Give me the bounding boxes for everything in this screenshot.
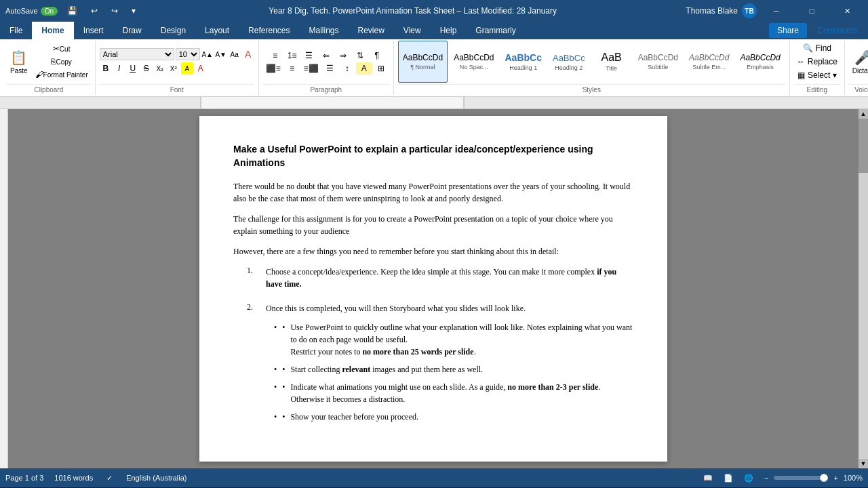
find-button[interactable]: 🔍 Find xyxy=(800,42,834,54)
autosave-label: AutoSave xyxy=(5,7,38,15)
close-button[interactable]: ✕ xyxy=(831,0,863,22)
zoom-out-button[interactable]: − xyxy=(762,472,771,483)
main-area: Make a Useful PowerPoint to explain a pa… xyxy=(0,109,868,468)
style-heading1[interactable]: AaBbCc Heading 1 xyxy=(500,41,547,83)
style-normal[interactable]: AaBbCcDd ¶ Normal xyxy=(398,41,448,83)
align-left-button[interactable]: ⬛≡ xyxy=(263,62,283,75)
editing-group: 🔍 Find ↔ Replace ▦ Select ▾ Editing xyxy=(790,41,845,95)
more-tools-button[interactable]: ▾ xyxy=(127,5,140,17)
bullet-1-bold: no more than 25 words per slide xyxy=(362,347,473,357)
zoom-control: − + 100% xyxy=(762,472,863,483)
bullets-button[interactable]: ≡ xyxy=(267,49,283,62)
cut-button[interactable]: ✂ Cut xyxy=(33,43,91,55)
undo-button[interactable]: ↩ xyxy=(87,5,102,17)
numbering-button[interactable]: 1≡ xyxy=(284,49,300,62)
format-painter-button[interactable]: 🖌 Format Painter xyxy=(33,68,91,81)
style-no-spacing[interactable]: AaBbCcDd No Spac... xyxy=(449,41,498,83)
change-case-button[interactable]: Aa xyxy=(229,48,241,60)
tab-home[interactable]: Home xyxy=(32,22,73,39)
bullet-item-1: • Use PowerPoint to quickly outline what… xyxy=(274,321,633,358)
redo-button[interactable]: ↪ xyxy=(107,5,122,17)
share-button[interactable]: Share xyxy=(769,23,807,38)
italic-button[interactable]: I xyxy=(113,62,125,75)
scroll-thumb[interactable] xyxy=(859,119,868,173)
tab-help[interactable]: Help xyxy=(431,22,467,39)
user-avatar[interactable]: TB xyxy=(742,3,757,18)
select-button[interactable]: ▦ Select ▾ xyxy=(795,69,840,81)
font-family-select[interactable]: Arial xyxy=(100,48,174,60)
scroll-down-button[interactable]: ▼ xyxy=(859,459,868,468)
strikethrough-button[interactable]: S xyxy=(140,62,153,75)
font-color-button[interactable]: A xyxy=(195,62,207,75)
bullet-item-2-text: Start collecting relevant images and put… xyxy=(290,363,483,375)
ruler xyxy=(0,97,868,109)
tab-file[interactable]: File xyxy=(0,22,32,39)
tab-view[interactable]: View xyxy=(394,22,431,39)
autosave-toggle[interactable]: On xyxy=(41,7,58,16)
tab-insert[interactable]: Insert xyxy=(74,22,113,39)
font-size-select[interactable]: 10 xyxy=(176,48,200,60)
style-normal-label: ¶ Normal xyxy=(410,64,435,70)
decrease-font-button[interactable]: A▼ xyxy=(215,48,227,60)
document-area[interactable]: Make a Useful PowerPoint to explain a pa… xyxy=(8,109,859,468)
title-bar-right: Thomas Blake TB ─ □ ✕ xyxy=(686,0,863,22)
decrease-indent-button[interactable]: ⇐ xyxy=(318,49,334,62)
clear-format-button[interactable]: A xyxy=(242,48,254,60)
zoom-slider[interactable] xyxy=(774,476,828,480)
align-center-button[interactable]: ≡ xyxy=(284,62,300,75)
underline-button[interactable]: U xyxy=(127,62,139,75)
highlight-button[interactable]: A xyxy=(181,62,193,75)
view-read-button[interactable]: 📖 xyxy=(701,472,715,484)
font-row-1: Arial 10 A▲ A▼ Aa A xyxy=(100,48,254,60)
style-subtle-em[interactable]: AaBbCcDd Subtle Em... xyxy=(684,41,734,83)
paste-button[interactable]: 📋 Paste xyxy=(7,43,31,81)
style-heading2[interactable]: AaBbCc Heading 2 xyxy=(548,41,590,83)
bullet-3-bold: no more than 2-3 per slide xyxy=(507,382,598,392)
style-emphasis-label: Emphasis xyxy=(747,64,774,70)
superscript-button[interactable]: X² xyxy=(167,62,180,75)
style-emphasis[interactable]: AaBbCcDd Emphasis xyxy=(735,41,785,83)
bold-button[interactable]: B xyxy=(100,62,112,75)
scrollbar-area: ▲ ▼ xyxy=(859,109,868,468)
style-subtitle[interactable]: AaBbCcDd Subtitle xyxy=(633,41,683,83)
tab-design[interactable]: Design xyxy=(151,22,195,39)
bullet-dot-1: • xyxy=(282,321,285,358)
proofing-button[interactable]: ✓ xyxy=(104,472,115,484)
increase-indent-button[interactable]: ⇒ xyxy=(335,49,351,62)
multilevel-list-button[interactable]: ☰ xyxy=(301,49,317,62)
tab-grammarly[interactable]: Grammarly xyxy=(466,22,525,39)
line-spacing-button[interactable]: ↕ xyxy=(339,62,355,75)
document-page: Make a Useful PowerPoint to explain a pa… xyxy=(199,116,667,462)
style-subtle-em-label: Subtle Em... xyxy=(692,64,726,70)
tab-layout[interactable]: Layout xyxy=(195,22,239,39)
minimize-button[interactable]: ─ xyxy=(761,0,792,22)
zoom-level: 100% xyxy=(844,474,863,482)
tab-references[interactable]: References xyxy=(239,22,299,39)
subscript-button[interactable]: X₂ xyxy=(154,62,166,75)
dictate-button[interactable]: 🎤 Dictate xyxy=(849,43,868,81)
align-right-button[interactable]: ≡⬛ xyxy=(301,62,321,75)
sort-button[interactable]: ⇅ xyxy=(352,49,368,62)
styles-label: Styles xyxy=(398,84,785,95)
copy-button[interactable]: ⎘ Copy xyxy=(33,56,91,68)
clipboard-label: Clipboard xyxy=(7,84,91,95)
voice-group-content: 🎤 Dictate xyxy=(849,41,868,83)
borders-button[interactable]: ⊞ xyxy=(373,62,389,75)
save-button[interactable]: 💾 xyxy=(63,5,81,17)
increase-font-button[interactable]: A▲ xyxy=(201,48,214,60)
tab-review[interactable]: Review xyxy=(349,22,394,39)
show-formatting-button[interactable]: ¶ xyxy=(369,49,385,62)
scroll-up-button[interactable]: ▲ xyxy=(859,109,868,119)
style-title[interactable]: AaB Title xyxy=(591,41,632,83)
tab-draw[interactable]: Draw xyxy=(113,22,151,39)
view-web-button[interactable]: 🌐 xyxy=(741,472,756,484)
zoom-in-button[interactable]: + xyxy=(831,472,840,483)
replace-button[interactable]: ↔ Replace xyxy=(794,56,840,68)
tab-mailings[interactable]: Mailings xyxy=(299,22,348,39)
justify-button[interactable]: ☰ xyxy=(322,62,338,75)
maximize-button[interactable]: □ xyxy=(796,0,827,22)
comments-button[interactable]: Comments xyxy=(812,23,863,38)
shading-button[interactable]: A xyxy=(356,62,372,75)
view-print-button[interactable]: 📄 xyxy=(721,472,736,484)
list-item-2-text: Once this is completed, you will then St… xyxy=(266,302,526,314)
